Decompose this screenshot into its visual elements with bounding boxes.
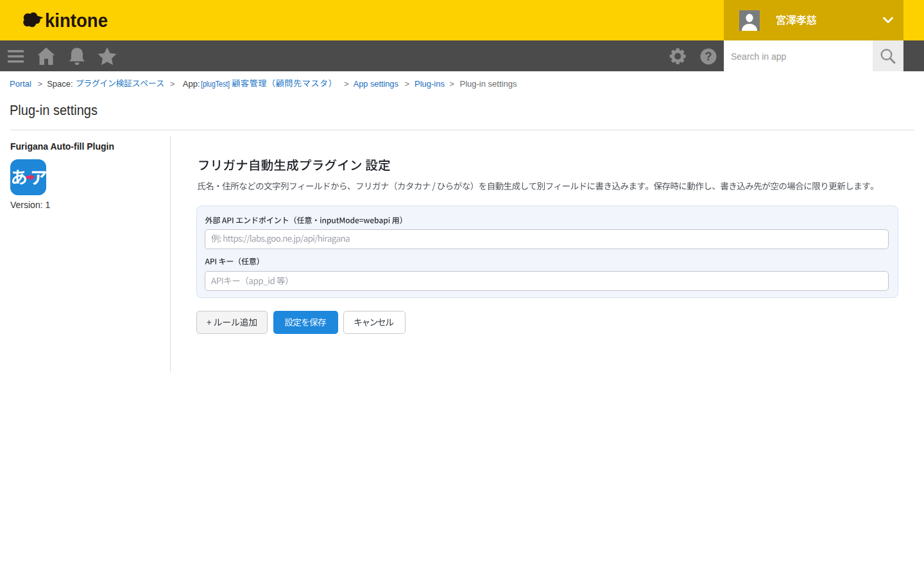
svg-text:[plugTest]: [plugTest] bbox=[201, 79, 230, 89]
svg-text:>: > bbox=[449, 79, 454, 89]
svg-text:>: > bbox=[38, 79, 43, 89]
svg-text:Space:: Space: bbox=[47, 79, 73, 89]
svg-text:App settings: App settings bbox=[354, 79, 398, 89]
svg-text:>: > bbox=[344, 79, 349, 89]
svg-text:Plug-in settings: Plug-in settings bbox=[460, 79, 517, 89]
svg-text:Plug-in settings: Plug-in settings bbox=[10, 103, 98, 118]
svg-text:Furigana Auto-fill Plugin: Furigana Auto-fill Plugin bbox=[10, 141, 114, 152]
svg-text:>: > bbox=[170, 79, 175, 89]
svg-text:Version: 1: Version: 1 bbox=[10, 200, 50, 210]
svg-text:Portal: Portal bbox=[10, 79, 31, 89]
svg-text:Plug-ins: Plug-ins bbox=[415, 79, 445, 89]
svg-text:App:: App: bbox=[183, 79, 200, 89]
svg-text:>: > bbox=[405, 79, 410, 89]
